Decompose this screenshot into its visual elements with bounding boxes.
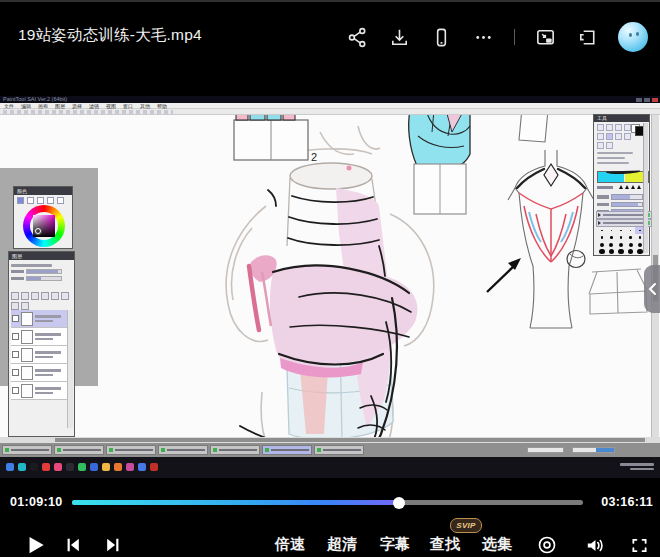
mobile-icon[interactable] xyxy=(430,26,453,49)
brush-size-cell[interactable] xyxy=(607,227,617,234)
system-tray[interactable] xyxy=(620,463,654,470)
speed-button[interactable]: 倍速 xyxy=(267,535,313,554)
sai-menu-item[interactable]: 窗口 xyxy=(123,103,133,109)
volume-icon[interactable] xyxy=(583,534,606,557)
search-button[interactable]: 查找 xyxy=(422,535,468,554)
sai-menu-item[interactable]: 图层 xyxy=(55,103,65,109)
sai-menu-item[interactable]: 画布 xyxy=(38,103,48,109)
sai-canvas-artwork: 2 xyxy=(0,96,660,478)
user-avatar[interactable] xyxy=(618,22,648,52)
taskbar-app-icon[interactable] xyxy=(90,463,98,471)
previous-button[interactable] xyxy=(63,535,83,555)
brush-size-cell[interactable] xyxy=(597,248,607,255)
sai-toolbar-widgets[interactable] xyxy=(3,110,173,114)
layer-mode-row[interactable] xyxy=(11,276,69,281)
brush-min-size-slider[interactable] xyxy=(597,202,647,208)
progress-bar[interactable] xyxy=(72,500,583,505)
brush-size-cell[interactable] xyxy=(607,248,617,255)
taskbar-app-icon[interactable] xyxy=(18,463,26,471)
sai-menu-item[interactable]: 滤镜 xyxy=(89,103,99,109)
episode-drawer-handle[interactable] xyxy=(644,265,660,313)
brush-size-cell[interactable] xyxy=(607,234,617,241)
taskbar-app-icon[interactable] xyxy=(42,463,50,471)
brush-size-cell[interactable] xyxy=(616,241,626,248)
sai-file-tab[interactable] xyxy=(314,445,364,455)
subtitle-button[interactable]: 字幕 xyxy=(372,535,418,554)
tool-grid[interactable] xyxy=(597,124,635,149)
progress-thumb[interactable] xyxy=(393,497,405,509)
layer-row[interactable] xyxy=(11,382,68,400)
tool-options-text xyxy=(597,149,647,167)
taskbar-app-icon[interactable] xyxy=(30,463,38,471)
brush-shape-row xyxy=(597,185,647,189)
layer-row[interactable] xyxy=(11,364,68,382)
share-icon[interactable] xyxy=(346,26,369,49)
taskbar-app-icon[interactable] xyxy=(114,463,122,471)
layer-row[interactable] xyxy=(11,346,68,364)
taskbar-app-icon[interactable] xyxy=(150,463,158,471)
download-icon[interactable] xyxy=(388,26,411,49)
brush-size-cell[interactable] xyxy=(626,227,636,234)
sai-file-tab[interactable] xyxy=(262,445,312,455)
brush-size-cell[interactable] xyxy=(607,241,617,248)
sai-window-buttons[interactable] xyxy=(636,98,658,102)
brush-size-cell[interactable] xyxy=(597,227,607,234)
brush-size-cell[interactable] xyxy=(597,234,607,241)
layer-opacity-slider[interactable] xyxy=(11,269,69,274)
brush-size-slider[interactable] xyxy=(597,194,647,200)
brush-size-cell[interactable] xyxy=(616,248,626,255)
layer-toolbar[interactable] xyxy=(11,292,69,310)
zoom-field[interactable] xyxy=(527,447,564,453)
brush-size-cell[interactable] xyxy=(616,227,626,234)
taskbar-app-icon[interactable] xyxy=(54,463,62,471)
sai-file-tab[interactable] xyxy=(106,445,156,455)
color-mode-icons[interactable] xyxy=(17,197,64,204)
brush-size-cell[interactable] xyxy=(626,241,636,248)
tools-panel: 工具 xyxy=(593,114,650,256)
color-panel: 颜色 xyxy=(13,186,73,249)
sai-menu-item[interactable]: 帮助 xyxy=(157,103,167,109)
video-surface[interactable]: 2 xyxy=(0,96,660,478)
layer-list xyxy=(11,310,68,400)
taskbar-app-icon[interactable] xyxy=(66,463,74,471)
taskbar-app-icon[interactable] xyxy=(138,463,146,471)
sai-file-tab[interactable] xyxy=(210,445,260,455)
video-player-screen: 19站姿动态训练-大毛.mp4 xyxy=(0,0,660,557)
next-button[interactable] xyxy=(103,535,123,555)
svip-badge: SVIP xyxy=(450,518,482,533)
color-preview-bar[interactable] xyxy=(597,171,649,183)
tools-scrollbar[interactable] xyxy=(643,123,648,253)
taskbar-app-icon[interactable] xyxy=(6,463,14,471)
pip-icon[interactable] xyxy=(534,26,557,49)
brush-size-cell[interactable] xyxy=(597,241,607,248)
quality-button[interactable]: 超清 xyxy=(319,535,365,554)
sai-menu-item[interactable]: 视图 xyxy=(106,103,116,109)
fullscreen-icon[interactable] xyxy=(629,535,650,556)
taskbar-app-icon[interactable] xyxy=(78,463,86,471)
layers-scrollbar[interactable] xyxy=(67,310,73,428)
sai-menu-item[interactable]: 编辑 xyxy=(21,103,31,109)
screen-cast-icon[interactable] xyxy=(576,26,599,49)
sai-file-tab[interactable] xyxy=(158,445,208,455)
sai-menu-item[interactable]: 文件 xyxy=(4,103,14,109)
color-picker-marker xyxy=(35,228,41,234)
layer-row[interactable] xyxy=(11,328,68,346)
sai-file-tab[interactable] xyxy=(54,445,104,455)
current-time: 01:09:10 xyxy=(10,495,62,509)
episodes-button[interactable]: 选集 xyxy=(474,535,520,554)
saturation-value-square[interactable] xyxy=(33,215,55,237)
sai-menu-item[interactable]: 其他 xyxy=(140,103,150,109)
angle-field[interactable] xyxy=(572,447,615,453)
sai-file-tab[interactable] xyxy=(2,445,52,455)
brush-size-cell[interactable] xyxy=(626,234,636,241)
record-screen-icon[interactable] xyxy=(536,534,558,556)
more-icon[interactable] xyxy=(472,26,495,49)
taskbar-app-icon[interactable] xyxy=(102,463,110,471)
taskbar-app-icon[interactable] xyxy=(126,463,134,471)
play-button[interactable] xyxy=(22,532,48,557)
layer-row[interactable] xyxy=(11,310,68,328)
sai-menu-item[interactable]: 选择 xyxy=(72,103,82,109)
progress-played xyxy=(72,500,399,505)
brush-size-cell[interactable] xyxy=(626,248,636,255)
brush-size-cell[interactable] xyxy=(616,234,626,241)
